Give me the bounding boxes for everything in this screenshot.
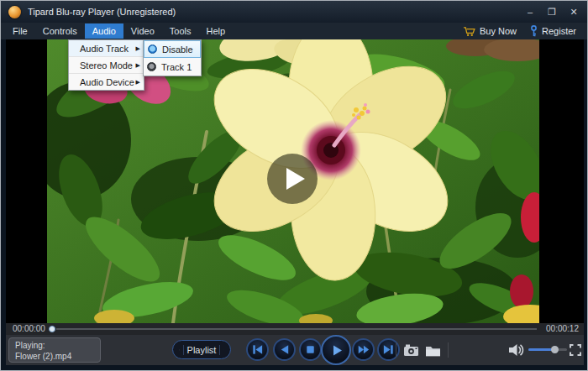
seek-knob[interactable]	[49, 326, 55, 332]
menu-file[interactable]: File	[5, 24, 35, 39]
playlist-order-icon	[223, 345, 224, 355]
menu-tools[interactable]: Tools	[162, 24, 199, 39]
menubar: File Controls Audio Video Tools Help Buy…	[1, 23, 587, 39]
minimize-button[interactable]: –	[524, 6, 536, 18]
stop-icon	[304, 343, 317, 356]
volume-slider[interactable]	[528, 348, 567, 351]
now-playing-label: Playing:	[15, 340, 94, 351]
buy-now-button[interactable]: Buy Now	[463, 26, 517, 37]
fast-forward-icon	[357, 343, 370, 356]
register-button[interactable]: Register	[530, 25, 576, 37]
elapsed-time: 00:00:00	[13, 324, 45, 333]
folder-icon	[425, 344, 441, 357]
window-controls: – ❐ ✕	[524, 6, 580, 18]
cart-icon	[463, 26, 475, 37]
open-file-button[interactable]	[424, 342, 441, 358]
maximize-button[interactable]: ❐	[546, 6, 558, 18]
menu-video[interactable]: Video	[123, 24, 162, 39]
audio-track-submenu: Disable Track 1	[143, 39, 202, 76]
toolbar-divider	[396, 342, 396, 358]
titlebar: Tipard Blu-ray Player (Unregistered) – ❐…	[1, 1, 587, 23]
speaker-icon	[508, 343, 525, 357]
app-logo-icon	[8, 6, 21, 18]
disable-label: Disable	[162, 44, 193, 55]
playlist-label: Playlist	[187, 345, 217, 355]
menu-item-stereo-mode[interactable]: Stereo Mode ▶	[69, 56, 144, 73]
menu-audio[interactable]: Audio	[85, 24, 123, 39]
submenu-item-disable[interactable]: Disable	[144, 40, 201, 58]
menu-item-audio-track[interactable]: Audio Track ▶	[69, 40, 144, 56]
menubar-right: Buy Now Register	[463, 25, 583, 37]
rewind-icon	[278, 343, 291, 356]
play-overlay-button[interactable]	[267, 154, 318, 204]
play-button[interactable]	[321, 335, 351, 365]
radio-unselected-icon	[147, 62, 156, 71]
volume-knob[interactable]	[551, 346, 559, 353]
play-overlay-icon	[286, 168, 305, 190]
fullscreen-icon	[570, 344, 581, 356]
camera-icon	[403, 343, 419, 357]
hamburger-icon	[179, 346, 180, 354]
audio-device-label: Audio Device	[80, 77, 134, 87]
control-bar: Playing: Flower (2).mp4 Playlist	[6, 335, 584, 365]
submenu-arrow-icon: ▶	[136, 79, 140, 86]
menu-item-audio-device[interactable]: Audio Device ▶	[69, 73, 144, 90]
now-playing-box: Playing: Flower (2).mp4	[8, 337, 101, 363]
radio-selected-icon	[148, 44, 157, 54]
seekbar: 00:00:00 00:00:12	[6, 323, 584, 335]
now-playing-filename: Flower (2).mp4	[15, 351, 94, 362]
app-window: Tipard Blu-ray Player (Unregistered) – ❐…	[0, 0, 588, 371]
track-1-label: Track 1	[161, 62, 192, 72]
toolbar-divider	[448, 342, 449, 358]
fullscreen-button[interactable]	[569, 342, 582, 358]
key-icon	[530, 25, 538, 37]
seek-track[interactable]	[56, 328, 537, 330]
register-label: Register	[542, 26, 576, 36]
window-title: Tipard Blu-ray Player (Unregistered)	[28, 7, 176, 17]
pill-divider	[219, 345, 220, 355]
total-time: 00:00:12	[546, 324, 579, 333]
play-icon	[328, 342, 344, 358]
submenu-arrow-icon: ▶	[136, 45, 140, 52]
pill-divider	[183, 345, 184, 355]
submenu-arrow-icon: ▶	[136, 62, 140, 69]
close-button[interactable]: ✕	[568, 6, 580, 18]
skip-back-icon	[251, 343, 264, 356]
stop-button[interactable]	[299, 338, 322, 361]
rewind-button[interactable]	[273, 338, 296, 361]
fast-forward-button[interactable]	[352, 338, 375, 361]
stereo-mode-label: Stereo Mode	[80, 60, 133, 71]
menu-help[interactable]: Help	[198, 24, 233, 39]
snapshot-button[interactable]	[402, 342, 419, 358]
playlist-button[interactable]: Playlist	[172, 340, 231, 359]
buy-now-label: Buy Now	[480, 26, 517, 36]
submenu-item-track-1[interactable]: Track 1	[144, 58, 201, 76]
mute-button[interactable]	[508, 342, 525, 358]
previous-button[interactable]	[246, 338, 269, 361]
skip-forward-icon	[382, 343, 395, 356]
menu-controls[interactable]: Controls	[35, 24, 85, 39]
audio-menu-dropdown: Audio Track ▶ Stereo Mode ▶ Audio Device…	[68, 39, 144, 91]
audio-track-label: Audio Track	[80, 44, 129, 54]
